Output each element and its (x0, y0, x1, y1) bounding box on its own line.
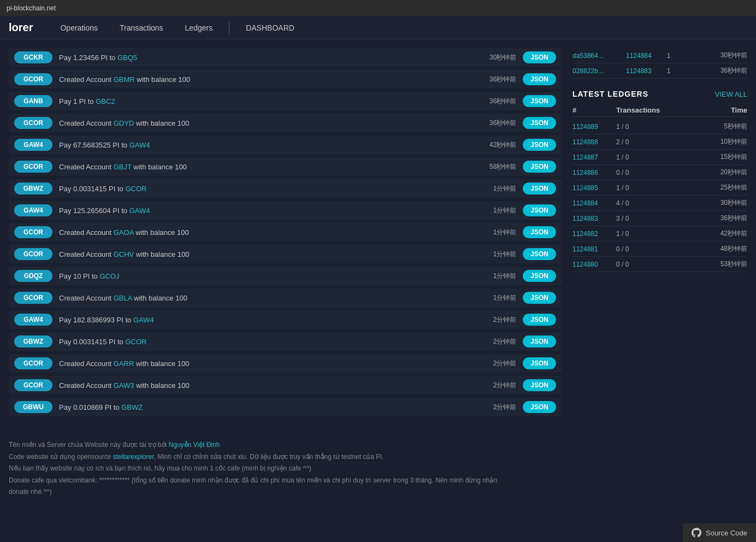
op-badge[interactable]: GCOR (14, 117, 52, 129)
op-highlight[interactable]: GCOR (125, 338, 146, 346)
op-description: Pay 0.0031415 PI to GCOR (59, 338, 471, 346)
op-row: GCORCreated Account GCHV with balance 10… (9, 245, 562, 263)
op-json-btn[interactable]: JSON (523, 379, 556, 391)
op-highlight[interactable]: GBQ5 (117, 54, 137, 62)
op-json-btn[interactable]: JSON (523, 401, 556, 413)
op-badge[interactable]: GBWZ (14, 182, 52, 195)
op-badge[interactable]: GCOR (14, 248, 52, 260)
op-time: 1分钟前 (478, 228, 516, 237)
op-highlight[interactable]: GARR (114, 360, 134, 368)
ledger-table: # Transactions Time 11248891 / 05秒钟前1124… (572, 104, 747, 272)
op-highlight[interactable]: GCOR (125, 185, 146, 193)
op-json-btn[interactable]: JSON (523, 292, 556, 304)
op-json-btn[interactable]: JSON (523, 357, 556, 369)
op-json-btn[interactable]: JSON (523, 226, 556, 238)
nav-dashboard[interactable]: DASHBOARD (235, 23, 305, 32)
ledger-num[interactable]: 1124886 (572, 169, 616, 176)
nav-item-operations[interactable]: Operations (49, 16, 108, 39)
op-highlight[interactable]: GCOJ (99, 272, 119, 280)
op-badge[interactable]: GANB (14, 95, 52, 107)
op-highlight[interactable]: GBJT (114, 163, 132, 171)
op-highlight[interactable]: GBLA (114, 294, 132, 302)
op-row: GBWZPay 0.0031415 PI to GCOR2分钟前JSON (9, 332, 562, 351)
op-badge[interactable]: GCOR (14, 357, 52, 369)
op-json-btn[interactable]: JSON (523, 270, 556, 282)
op-badge[interactable]: GBWZ (14, 335, 52, 347)
tx-ledger[interactable]: 1124883 (626, 67, 659, 75)
op-json-btn[interactable]: JSON (523, 335, 556, 347)
op-highlight[interactable]: GDYD (114, 119, 134, 127)
op-json-btn[interactable]: JSON (523, 95, 556, 107)
op-time: 1分钟前 (478, 206, 516, 215)
op-highlight[interactable]: GAW4 (129, 207, 150, 215)
op-description: Created Account GAW3 with balance 100 (59, 381, 471, 390)
tx-ledger[interactable]: 1124884 (626, 52, 659, 60)
op-time: 58秒钟前 (478, 162, 516, 172)
op-highlight[interactable]: GBMR (114, 75, 135, 84)
tx-hash[interactable]: 028822b... (572, 67, 622, 75)
op-json-btn[interactable]: JSON (523, 204, 556, 216)
op-json-btn[interactable]: JSON (523, 248, 556, 260)
ledger-num[interactable]: 1124887 (572, 154, 616, 161)
op-highlight[interactable]: GAOA (114, 228, 134, 237)
op-badge[interactable]: GCOR (14, 379, 52, 391)
op-badge[interactable]: GCOR (14, 73, 52, 85)
op-json-btn[interactable]: JSON (523, 314, 556, 326)
op-json-btn[interactable]: JSON (523, 73, 556, 85)
footer-line4: Donate cafe qua vietcombank: ***********… (9, 475, 510, 498)
nav-item-transactions[interactable]: Transactions (109, 16, 174, 39)
footer-link1[interactable]: Nguyễn Việt Đinh (169, 441, 220, 449)
op-time: 1分钟前 (478, 293, 516, 303)
view-all-link[interactable]: VIEW ALL (715, 90, 747, 98)
op-badge[interactable]: GCOR (14, 226, 52, 238)
ledger-num[interactable]: 1124885 (572, 184, 616, 192)
op-json-btn[interactable]: JSON (523, 182, 556, 195)
op-time: 36秒钟前 (478, 75, 516, 84)
ledger-time: 42秒钟前 (671, 229, 747, 238)
ledger-num[interactable]: 1124882 (572, 230, 616, 238)
op-description: Pay 0.0031415 PI to GCOR (59, 185, 471, 193)
op-badge[interactable]: GAW4 (14, 204, 52, 216)
op-badge[interactable]: GAW4 (14, 139, 52, 151)
ledger-row: 11248851 / 025秒钟前 (572, 180, 747, 196)
op-highlight[interactable]: GBC2 (96, 97, 115, 105)
tx-ops: 1 (663, 67, 674, 75)
op-time: 36秒钟前 (478, 119, 516, 128)
op-badge[interactable]: GCOR (14, 161, 52, 173)
op-highlight[interactable]: GBWZ (121, 403, 143, 411)
footer-line2: Code website sử dụng opensource stellare… (9, 451, 510, 463)
op-badge[interactable]: GDQZ (14, 270, 52, 282)
ledger-txns: 0 / 0 (616, 261, 671, 268)
op-highlight[interactable]: GAW4 (133, 316, 154, 324)
ledger-num[interactable]: 1124883 (572, 215, 616, 222)
op-json-btn[interactable]: JSON (523, 161, 556, 173)
tx-hash[interactable]: da53864... (572, 52, 622, 60)
ledger-num[interactable]: 1124889 (572, 123, 616, 131)
ledger-txns: 1 / 0 (616, 184, 671, 192)
op-json-btn[interactable]: JSON (523, 51, 556, 63)
op-badge[interactable]: GAW4 (14, 314, 52, 326)
op-description: Pay 10 PI to GCOJ (59, 272, 471, 280)
titlebar-text: pi-blockchain.net (7, 4, 56, 12)
ledger-time: 36秒钟前 (671, 214, 747, 223)
op-badge[interactable]: GCKR (14, 51, 52, 63)
op-json-btn[interactable]: JSON (523, 139, 556, 151)
ledger-num[interactable]: 1124881 (572, 245, 616, 253)
op-badge[interactable]: GBWU (14, 401, 52, 413)
op-badge[interactable]: GCOR (14, 292, 52, 304)
op-highlight[interactable]: GAW4 (129, 141, 150, 149)
ledger-num[interactable]: 1124888 (572, 138, 616, 146)
op-json-btn[interactable]: JSON (523, 117, 556, 129)
op-highlight[interactable]: GAW3 (114, 381, 134, 390)
main-content: GCKRPay 1.23456 PI to GBQ530秒钟前JSONGCORC… (0, 39, 756, 428)
footer-link2[interactable]: stellarexplorer (113, 453, 154, 461)
op-description: Pay 1 PI to GBC2 (59, 97, 471, 105)
ledger-num[interactable]: 1124884 (572, 199, 616, 207)
ledger-num[interactable]: 1124880 (572, 261, 616, 268)
source-code-bar[interactable]: Source Code (683, 523, 756, 542)
operations-panel: GCKRPay 1.23456 PI to GBQ530秒钟前JSONGCORC… (9, 48, 562, 420)
ledger-col-txns: Transactions (616, 106, 671, 114)
nav-item-ledgers[interactable]: Ledgers (174, 16, 224, 39)
op-highlight[interactable]: GCHV (114, 250, 134, 258)
footer: Tên miền và Server chứa Website này được… (0, 428, 519, 509)
